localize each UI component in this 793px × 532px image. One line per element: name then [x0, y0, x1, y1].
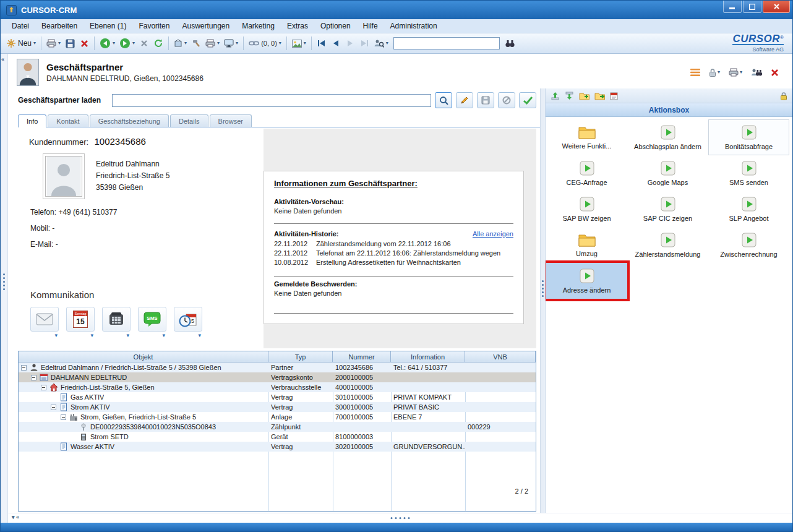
- table-row[interactable]: Wasser AKTIVVertrag3020100005GRUNDVERSOR…: [19, 442, 536, 452]
- column-header-nummer[interactable]: Nummer: [333, 351, 391, 363]
- tree-expander[interactable]: [21, 365, 27, 371]
- action-slp-angebot[interactable]: SLP Angebot: [708, 191, 789, 227]
- cancel-button[interactable]: [137, 36, 151, 51]
- chevron-down-icon[interactable]: ▾: [162, 332, 165, 338]
- table-row[interactable]: Gas AKTIVVertrag3010100005PRIVAT KOMPAKT: [19, 392, 536, 402]
- open-folder-button[interactable]: [594, 92, 605, 100]
- edit-button[interactable]: [456, 92, 473, 108]
- panel-lock-button[interactable]: [780, 92, 787, 100]
- action-sms-senden[interactable]: SMS senden: [708, 155, 789, 191]
- chevron-down-icon[interactable]: ▾: [126, 332, 129, 338]
- monitor-button[interactable]: ▾: [222, 36, 240, 51]
- maximize-button[interactable]: [743, 1, 761, 13]
- appointment-button[interactable]: 15 ▾: [174, 307, 202, 332]
- action-bonitätsabfrage[interactable]: Bonitätsabfrage: [708, 119, 789, 155]
- action-zwischenrechnung[interactable]: Zwischenrechnung: [708, 227, 789, 263]
- phone-button[interactable]: ▾: [102, 307, 131, 332]
- table-row[interactable]: Edeltrud Dahlmann / Friedrich-List-Straß…: [19, 363, 536, 372]
- action-sap-cic-zeigen[interactable]: SAP CIC zeigen: [627, 191, 708, 227]
- menu-item-marketing[interactable]: Marketing: [237, 20, 280, 32]
- column-header-information[interactable]: Information: [391, 351, 465, 363]
- menu-item-favoriten[interactable]: Favoriten: [134, 20, 174, 32]
- action-zählerstandsmeldung[interactable]: Zählerstandsmeldung: [627, 227, 708, 263]
- block-button[interactable]: [498, 92, 515, 108]
- action-umzug[interactable]: Umzug: [546, 227, 627, 263]
- partner-load-input[interactable]: [112, 94, 431, 107]
- sms-button[interactable]: SMS ▾: [138, 307, 166, 332]
- action-weitere-funkti[interactable]: Weitere Funkti...: [546, 119, 627, 155]
- package-button[interactable]: ▾: [172, 36, 189, 51]
- tree-expander[interactable]: [61, 414, 66, 420]
- tools-button[interactable]: [189, 36, 203, 51]
- table-row[interactable]: DE00022935398400010023N5035O0843Zählpunk…: [19, 422, 536, 432]
- import-button[interactable]: [565, 92, 574, 100]
- minimize-button[interactable]: [723, 1, 742, 13]
- table-row[interactable]: Strom SETDGerät8100000003: [19, 432, 536, 442]
- person-search-button[interactable]: ▾: [372, 36, 390, 51]
- save-record-button[interactable]: [477, 92, 494, 108]
- table-row[interactable]: DAHLMANN EDELTRUDVertragskonto2000100005: [19, 372, 536, 382]
- menu-item-auswertungen[interactable]: Auswertungen: [177, 20, 234, 32]
- vertical-splitter[interactable]: [540, 88, 545, 513]
- chevron-down-icon[interactable]: ▾: [90, 332, 93, 338]
- new-button[interactable]: Neu ▾: [4, 36, 38, 51]
- close-button[interactable]: [763, 1, 790, 13]
- column-header-typ[interactable]: Typ: [268, 351, 333, 363]
- last-record-button[interactable]: [358, 36, 371, 51]
- menu-item-hilfe[interactable]: Hilfe: [358, 20, 383, 32]
- quick-search-input[interactable]: [393, 37, 500, 49]
- chevron-down-icon[interactable]: ▾: [198, 332, 201, 338]
- action-sap-bw-zeigen[interactable]: SAP BW zeigen: [546, 191, 627, 227]
- links-counter-button[interactable]: (0, 0) ▾: [247, 36, 283, 51]
- calendar-button[interactable]: Sonntag 15 ▾: [66, 307, 95, 332]
- alle-anzeigen-link[interactable]: Alle anzeigen: [473, 230, 513, 238]
- left-splitter-handle[interactable]: [3, 273, 5, 290]
- collapse-bottom-icon[interactable]: ▾ «: [12, 514, 19, 520]
- table-row[interactable]: Strom AKTIVVertrag3000100005PRIVAT BASIC: [19, 402, 536, 412]
- delete-button[interactable]: [77, 36, 91, 51]
- menu-item-administration[interactable]: Administration: [385, 20, 442, 32]
- column-header-objekt[interactable]: Objekt: [19, 351, 268, 363]
- tab-browser[interactable]: Browser: [210, 114, 252, 127]
- menu-item-extras[interactable]: Extras: [282, 20, 313, 32]
- add-folder-button[interactable]: [579, 92, 589, 100]
- close-record-button[interactable]: [771, 69, 779, 77]
- calendar-tool-button[interactable]: [610, 92, 618, 100]
- first-record-button[interactable]: [315, 36, 328, 51]
- collapse-left-icon[interactable]: «: [1, 56, 4, 62]
- table-row[interactable]: Friedrich-List-Straße 5, GießenVerbrauch…: [19, 382, 536, 392]
- export-button[interactable]: [551, 92, 560, 100]
- email-button[interactable]: ▾: [30, 307, 59, 332]
- image-button[interactable]: ▾: [290, 36, 308, 51]
- previous-record-button[interactable]: [329, 36, 343, 51]
- menu-button[interactable]: [690, 69, 700, 76]
- bottom-splitter-handle[interactable]: [391, 517, 410, 519]
- splitter-handle[interactable]: [542, 280, 544, 297]
- print-preview-button[interactable]: ▾: [204, 36, 221, 51]
- confirm-button[interactable]: [519, 92, 536, 108]
- action-google-maps[interactable]: Google Maps: [627, 155, 708, 191]
- menu-item-datei[interactable]: Datei: [7, 20, 34, 32]
- next-record-button[interactable]: [343, 36, 357, 51]
- lock-button[interactable]: ▾: [709, 68, 720, 77]
- action-ceg-anfrage[interactable]: CEG-Anfrage: [546, 155, 627, 191]
- chevron-down-icon[interactable]: ▾: [54, 332, 58, 338]
- forward-button[interactable]: ▾: [118, 36, 137, 51]
- header-search-button[interactable]: [751, 68, 762, 77]
- tab-geschäftsbeziehung[interactable]: Geschäftsbeziehung: [90, 114, 169, 127]
- save-button[interactable]: [63, 36, 77, 51]
- refresh-button[interactable]: [152, 36, 165, 51]
- tab-details[interactable]: Details: [170, 114, 208, 127]
- find-button[interactable]: [503, 36, 517, 51]
- partner-photo[interactable]: [43, 153, 85, 199]
- bottom-splitter-strip[interactable]: ▾ «: [8, 513, 792, 523]
- tree-expander[interactable]: [41, 385, 46, 390]
- column-header-vnb[interactable]: VNB: [465, 351, 536, 363]
- header-print-button[interactable]: ▾: [729, 68, 742, 77]
- tab-info[interactable]: Info: [18, 114, 46, 127]
- menu-item-ebenen-1[interactable]: Ebenen (1): [85, 20, 131, 32]
- print-button[interactable]: ▾: [45, 36, 62, 51]
- action-abschlagsplan-ändern[interactable]: Abschlagsplan ändern: [627, 119, 708, 155]
- left-collapse-strip[interactable]: «: [1, 54, 8, 523]
- action-adresse-ändern[interactable]: Adresse ändern: [546, 263, 627, 299]
